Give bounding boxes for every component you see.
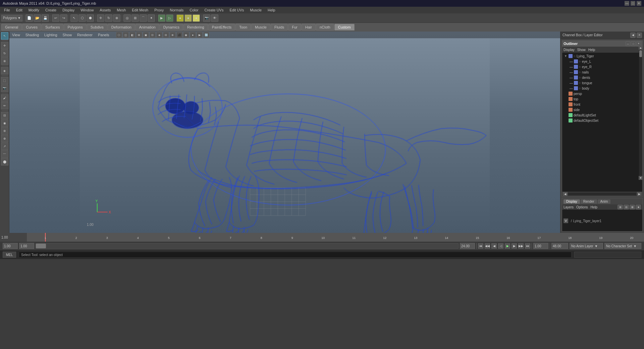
menu-display[interactable]: Display — [60, 7, 77, 13]
outliner-item-nails[interactable]: — ○ nails — [563, 69, 642, 75]
vp-icon-1[interactable]: ⬡ — [116, 32, 122, 38]
outliner-item-tongue[interactable]: — ○ tongue — [563, 80, 642, 86]
snap-grid-button[interactable]: ⊞ — [131, 14, 139, 22]
time-display[interactable]: 1.00 — [533, 243, 548, 249]
viewport-menu-view[interactable]: View — [11, 33, 21, 37]
playback-start-button[interactable]: ⏮ — [478, 243, 483, 249]
camera-button[interactable]: 📷 — [203, 14, 210, 22]
close-button[interactable]: ✕ — [637, 1, 641, 6]
outliner-item-eye-l[interactable]: — ○ eye_L — [563, 59, 642, 64]
outliner-item-dents[interactable]: — ○ dents — [563, 75, 642, 80]
redo-button[interactable]: ↪ — [60, 14, 67, 22]
motion-trail[interactable]: 〰 — [1, 150, 8, 158]
menu-edit-uvs[interactable]: Edit UVs — [227, 7, 247, 13]
outliner-item-object-set[interactable]: defaultObjectSet — [563, 118, 642, 123]
outliner-item-light-set[interactable]: defaultLightSet — [563, 112, 642, 118]
lasso-tool-button[interactable]: ⬡ — [78, 14, 86, 22]
menu-modify[interactable]: Modify — [26, 7, 42, 13]
outliner-item-top[interactable]: top — [563, 96, 642, 102]
timeline-ruler[interactable]: 1.00 1 2 3 4 5 6 7 8 9 10 11 12 13 — [0, 233, 644, 242]
select-tool[interactable]: ↖ — [1, 32, 8, 40]
scrollbar-down[interactable]: ▼ — [639, 176, 643, 180]
brush-tool[interactable]: ⬤ — [1, 158, 8, 165]
move-tool-button[interactable]: ✛ — [97, 14, 104, 22]
soft-select-button[interactable]: ◎ — [123, 14, 131, 22]
outliner-menu-display[interactable]: Display — [564, 48, 575, 52]
joint-tool[interactable]: ⊛ — [1, 127, 8, 135]
anim-layer-dropdown[interactable]: No Anim Layer ▼ — [570, 243, 603, 249]
menu-create[interactable]: Create — [43, 7, 59, 13]
menu-create-uvs[interactable]: Create UVs — [202, 7, 226, 13]
light3-button[interactable]: ● — [193, 14, 200, 22]
save-button[interactable]: 💾 — [42, 14, 49, 22]
tab-fluids[interactable]: Fluids — [271, 24, 288, 31]
vp-icon-13[interactable]: ▶ — [197, 32, 203, 38]
tab-animation[interactable]: Animation — [136, 24, 159, 31]
menu-muscle[interactable]: Muscle — [247, 7, 264, 13]
layer-tab-display[interactable]: Display — [564, 199, 580, 204]
timeline-scroll-thumb[interactable] — [36, 244, 46, 248]
scale-tool-button[interactable]: ⊕ — [113, 14, 120, 22]
skin-tool[interactable]: ⊕ — [1, 135, 8, 142]
vp-icon-7[interactable]: ◈ — [156, 32, 162, 38]
vp-icon-12[interactable]: ● — [190, 32, 196, 38]
layer-visibility[interactable]: V — [564, 218, 568, 223]
tab-hair[interactable]: Hair — [302, 24, 316, 31]
new-scene-button[interactable]: 📄 — [25, 14, 33, 22]
rotate-tool-button[interactable]: ↻ — [105, 14, 112, 22]
viewport-scene[interactable]: X Y 1.00 — [9, 38, 560, 233]
outliner-item-body[interactable]: — ○ body — [563, 86, 642, 91]
outliner-scroll-left[interactable]: ◀ — [563, 192, 568, 196]
paint-select-button[interactable]: ⬢ — [87, 14, 94, 22]
lattice-tool[interactable]: ⊟ — [1, 112, 8, 119]
options-menu[interactable]: Options — [576, 205, 588, 209]
outliner-item-front[interactable]: front — [563, 102, 642, 107]
outliner-content[interactable]: ▼ ○ Lying_Tiger — ○ eye_L — ○ e — [562, 53, 642, 192]
playback-play-button[interactable]: ▶ — [505, 243, 510, 249]
viewport-menu-panels[interactable]: Panels — [97, 33, 111, 37]
tab-general[interactable]: General — [1, 24, 22, 31]
layer-btn1[interactable]: ⊞ — [618, 205, 623, 209]
tab-painteffects[interactable]: PaintEffects — [208, 24, 235, 31]
bend-tool[interactable]: ↗ — [1, 143, 8, 150]
channel-box-close[interactable]: ✕ — [637, 33, 642, 38]
timeline-scrollbar[interactable] — [36, 243, 459, 249]
playback-end-button[interactable]: ⏭ — [525, 243, 530, 249]
outliner-item-persp[interactable]: persp — [563, 91, 642, 96]
vp-icon-6[interactable]: ⊡ — [150, 32, 156, 38]
undo-button[interactable]: ↩ — [52, 14, 59, 22]
vp-icon-3[interactable]: ◧ — [129, 32, 136, 38]
mode-dropdown[interactable]: Polygons ▼ — [1, 15, 22, 21]
menu-file[interactable]: File — [1, 7, 13, 13]
current-frame-input[interactable]: 1.00 — [19, 243, 34, 249]
maximize-button[interactable]: □ — [631, 1, 635, 6]
cluster-tool[interactable]: ◉ — [1, 119, 8, 127]
menu-edit[interactable]: Edit — [13, 7, 25, 13]
viewport-menu-lighting[interactable]: Lighting — [43, 33, 59, 37]
playback-prev-key-button[interactable]: ◀◀ — [485, 243, 490, 249]
tab-fur[interactable]: Fur — [288, 24, 301, 31]
vp-icon-14[interactable]: 🔢 — [203, 32, 209, 38]
tab-curves[interactable]: Curves — [22, 24, 41, 31]
playback-next-button[interactable]: ▶ — [512, 243, 517, 249]
playback-next-key-button[interactable]: ▶▶ — [518, 243, 524, 249]
viewport-menu-shading[interactable]: Shading — [24, 33, 40, 37]
vp-icon-5[interactable]: ▣ — [143, 32, 149, 38]
snap-curve-button[interactable]: ⌒ — [140, 14, 147, 22]
vp-icon-8[interactable]: ⊟ — [163, 32, 169, 38]
tab-custom[interactable]: Custom — [334, 24, 355, 31]
snap-point-button[interactable]: ✦ — [148, 14, 155, 22]
light1-button[interactable]: ● — [176, 14, 184, 22]
view-button[interactable]: 👁 — [211, 14, 218, 22]
vp-icon-4[interactable]: ⊞ — [136, 32, 142, 38]
end-frame-input[interactable]: 24.00 — [460, 243, 475, 249]
menu-color[interactable]: Color — [187, 7, 201, 13]
max-frame-display[interactable]: 48.00 — [551, 243, 568, 249]
light2-button[interactable]: ● — [184, 14, 192, 22]
channel-box-collapse[interactable]: ◀ — [630, 33, 636, 38]
menu-help[interactable]: Help — [265, 7, 278, 13]
outliner-item-lying-tiger[interactable]: ▼ ○ Lying_Tiger — [563, 53, 642, 59]
scroll-thumb[interactable] — [639, 50, 642, 57]
playback-play-rev-button[interactable]: ◁ — [498, 243, 503, 249]
layer-tab-render[interactable]: Render — [581, 199, 597, 204]
